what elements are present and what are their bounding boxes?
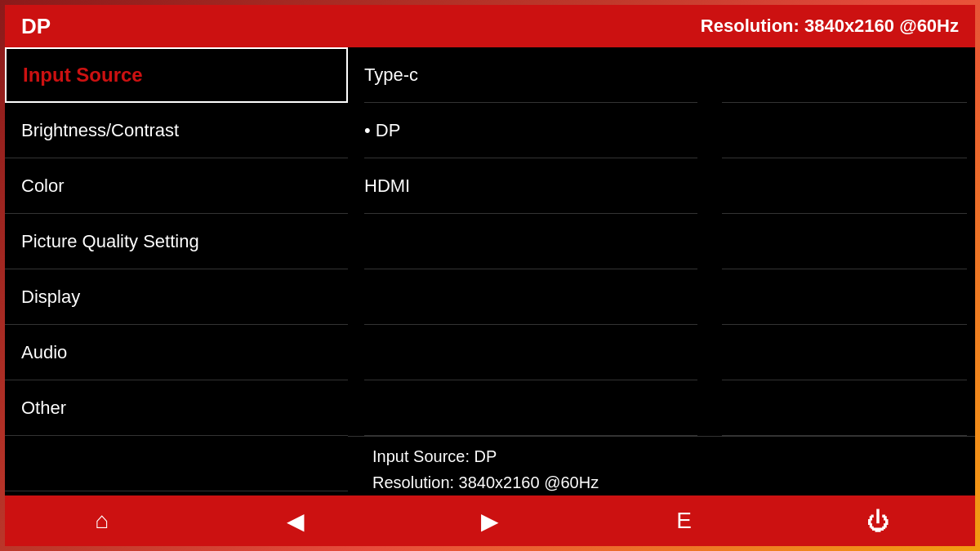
option-row-type-c[interactable]: Type-c xyxy=(364,47,697,103)
right-arrow-button[interactable]: ▶ xyxy=(470,500,510,541)
right-columns: Type-c DP HDMI xyxy=(348,47,975,436)
option-label-dp: DP xyxy=(364,120,400,141)
sidebar-item-label-other: Other xyxy=(21,398,66,419)
sidebar-item-picture-quality[interactable]: Picture Quality Setting xyxy=(5,214,348,269)
sidebar-item-label-brightness: Brightness/Contrast xyxy=(21,120,179,141)
option-row-empty4 xyxy=(364,380,697,436)
enter-icon: E xyxy=(676,508,692,534)
left-arrow-button[interactable]: ◀ xyxy=(275,500,316,541)
option-label-hdmi: HDMI xyxy=(364,176,410,197)
options-column: Type-c DP HDMI xyxy=(348,47,714,436)
power-button[interactable]: ⏻ xyxy=(858,500,898,541)
right-arrow-icon: ▶ xyxy=(481,508,499,535)
sidebar-item-other[interactable]: Other xyxy=(5,380,348,436)
sidebar-item-empty xyxy=(5,436,348,491)
header-resolution: Resolution: 3840x2160 @60Hz xyxy=(701,16,959,37)
left-arrow-icon: ◀ xyxy=(287,508,305,535)
divider-row-6 xyxy=(722,325,967,380)
sidebar-item-label-audio: Audio xyxy=(21,342,67,363)
header-title: DP xyxy=(21,14,51,39)
sidebar-item-label-color: Color xyxy=(21,176,65,197)
sidebar-item-color[interactable]: Color xyxy=(5,158,348,214)
option-row-empty1 xyxy=(364,214,697,269)
left-panel: Input Source Brightness/Contrast Color P… xyxy=(5,47,348,495)
power-icon: ⏻ xyxy=(866,508,889,535)
option-row-empty3 xyxy=(364,325,697,380)
sidebar-item-audio[interactable]: Audio xyxy=(5,325,348,380)
home-button[interactable]: ⌂ xyxy=(82,500,122,541)
divider-row-7 xyxy=(722,380,967,436)
sidebar-item-brightness-contrast[interactable]: Brightness/Contrast xyxy=(5,103,348,158)
option-label-type-c: Type-c xyxy=(364,64,418,86)
divider-row-1 xyxy=(722,47,967,103)
info-section: Input Source: DP Resolution: 3840x2160 @… xyxy=(348,436,975,495)
right-panel: Type-c DP HDMI xyxy=(348,47,975,495)
footer-bar: ⌂ ◀ ▶ E ⏻ xyxy=(5,495,975,546)
enter-button[interactable]: E xyxy=(664,500,705,541)
second-dividers-column xyxy=(714,47,975,436)
option-row-hdmi[interactable]: HDMI xyxy=(364,158,697,214)
home-icon: ⌂ xyxy=(95,508,109,534)
outer-frame: DP Resolution: 3840x2160 @60Hz Input Sou… xyxy=(0,0,980,551)
main-content: Input Source Brightness/Contrast Color P… xyxy=(5,47,975,495)
sidebar-item-label-input-source: Input Source xyxy=(23,64,143,87)
sidebar-item-input-source[interactable]: Input Source xyxy=(5,47,348,103)
header-bar: DP Resolution: 3840x2160 @60Hz xyxy=(5,5,975,47)
sidebar-item-label-picture-quality: Picture Quality Setting xyxy=(21,231,199,252)
sidebar-item-display[interactable]: Display xyxy=(5,269,348,325)
divider-row-4 xyxy=(722,214,967,269)
option-row-empty2 xyxy=(364,269,697,325)
inner-frame: DP Resolution: 3840x2160 @60Hz Input Sou… xyxy=(5,5,975,546)
sidebar-item-label-display: Display xyxy=(21,287,80,308)
info-line-1: Input Source: DP xyxy=(372,443,951,469)
option-row-dp[interactable]: DP xyxy=(364,103,697,158)
divider-row-3 xyxy=(722,158,967,214)
divider-row-5 xyxy=(722,269,967,325)
divider-row-2 xyxy=(722,103,967,158)
info-line-2: Resolution: 3840x2160 @60Hz xyxy=(372,469,951,495)
